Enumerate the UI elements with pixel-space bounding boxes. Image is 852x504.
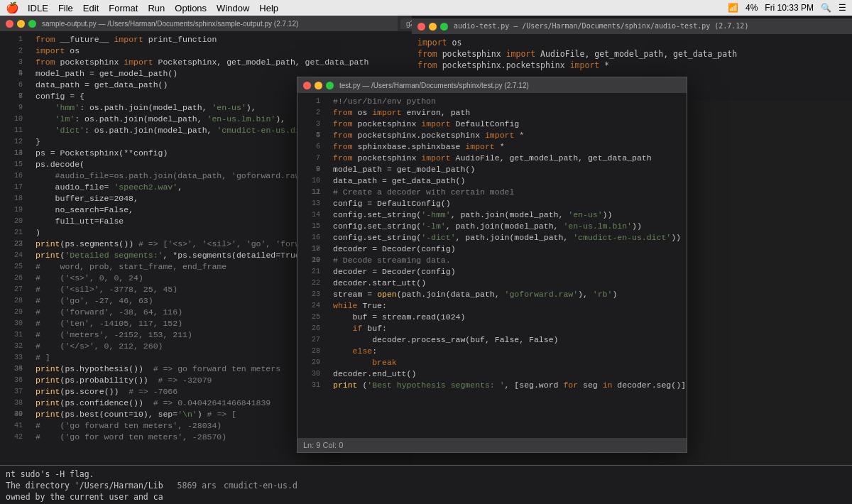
code-editor-test[interactable]: 1#!/usr/bin/env python 2from os import e… — [297, 93, 687, 438]
code-line: 31print ('Best hypothesis segments: ', [… — [297, 380, 687, 391]
maximize-button-test[interactable] — [326, 82, 334, 89]
close-button[interactable] — [6, 20, 13, 28]
titlebar-audio-bg: audio-test.py — /Users/Harman/Documents/… — [412, 18, 852, 34]
code-line: 1from __future__ import print_function — [0, 34, 412, 45]
audio-code-line: from pocketsphinx import AudioFile, get_… — [417, 48, 846, 60]
terminal-line: The directory '/Users/Harman/Lib5869 ars… — [6, 480, 846, 491]
code-line: 1#!/usr/bin/env python — [297, 96, 687, 107]
code-line: 18decoder = Decoder(config) — [297, 243, 687, 255]
code-line: 20# Decode streaming data. — [297, 255, 687, 266]
code-line: 6from sphinxbase.sphinxbase import * — [297, 141, 687, 153]
terminal-line: nt sudo's -H flag. — [6, 469, 846, 480]
notification-icon[interactable]: ☰ — [839, 3, 846, 13]
terminal-content[interactable]: nt sudo's -H flag. The directory '/Users… — [0, 466, 852, 504]
wifi-icon: 📶 — [728, 3, 738, 13]
close-button-audio[interactable] — [417, 23, 425, 31]
window-controls-audio[interactable] — [417, 23, 448, 31]
cursor-position-test: Ln: 9 Col: 0 — [303, 441, 343, 449]
terminal-bar: nt sudo's -H flag. The directory '/Users… — [0, 465, 852, 504]
minimize-button-test[interactable] — [315, 82, 322, 89]
menu-idle[interactable]: IDLE — [28, 3, 48, 13]
code-line: 3from pocketsphinx import Pocketsphinx, … — [0, 57, 412, 68]
close-button-test[interactable] — [303, 82, 311, 89]
code-line: 13config = DefaultConfig() — [297, 198, 687, 209]
code-line: 21decoder = Decoder(config) — [297, 266, 687, 278]
window-test: test.py — /Users/Harman/Documents/sphinx… — [297, 77, 687, 453]
menu-edit[interactable]: Edit — [83, 3, 99, 13]
code-line: 22decoder.start_utt() — [297, 278, 687, 289]
window-title-audio: audio-test.py — /Users/Harman/Documents/… — [454, 21, 748, 32]
battery-indicator: 4% — [746, 3, 758, 13]
code-line: 29 break — [297, 357, 687, 368]
code-line: 2from os import environ, path — [297, 107, 687, 119]
menu-file[interactable]: File — [58, 3, 73, 13]
maximize-button-audio[interactable] — [440, 23, 448, 31]
audio-code-line: import os — [417, 37, 846, 48]
code-line: 5from pocketsphinx.pocketsphinx import * — [297, 130, 687, 141]
menu-options[interactable]: Options — [175, 3, 207, 13]
window-title-test: test.py — /Users/Harman/Documents/sphinx… — [339, 82, 529, 89]
menubar-right: 📶 4% Fri 10:33 PM 🔍 ☰ — [728, 3, 846, 13]
code-line: 28 else: — [297, 346, 687, 357]
audio-code-line: from pocketsphinx.pocketsphinx import * — [417, 60, 846, 71]
code-line: 25 buf = stream.read(1024) — [297, 312, 687, 323]
titlebar-sample: sample-output.py — /Users/Harman/Documen… — [0, 16, 412, 31]
menubar: 🍎 IDLE File Edit Format Run Options Wind… — [0, 0, 852, 16]
code-line: 14config.set_string('-hmm', path.join(mo… — [297, 209, 687, 221]
spotlight-icon[interactable]: 🔍 — [821, 3, 831, 13]
window-controls-test[interactable] — [303, 82, 334, 89]
menu-run[interactable]: Run — [148, 3, 165, 13]
menu-help[interactable]: Help — [259, 3, 278, 13]
terminal-line: owned by the current user and ca — [6, 491, 846, 503]
clock: Fri 10:33 PM — [765, 3, 814, 13]
code-line: 7from pocketsphinx import AudioFile, get… — [297, 153, 687, 164]
menu-window[interactable]: Window — [217, 3, 249, 13]
menu-format[interactable]: Format — [109, 3, 138, 13]
code-line: 24while True: — [297, 300, 687, 312]
code-line: 9model_path = get_model_path() — [297, 164, 687, 175]
code-line: 23stream = open(path.join(data_path, 'go… — [297, 289, 687, 300]
code-line: 10data_path = get_data_path() — [297, 175, 687, 187]
statusbar-test: Ln: 9 Col: 0 — [297, 438, 687, 452]
minimize-button-audio[interactable] — [429, 23, 437, 31]
code-line: 12# Create a decoder with certain model — [297, 187, 687, 198]
code-line: 26 if buf: — [297, 323, 687, 334]
apple-menu[interactable]: 🍎 — [6, 1, 19, 14]
maximize-button[interactable] — [28, 20, 36, 28]
code-line: 15config.set_string('-lm', path.join(mod… — [297, 221, 687, 232]
window-title-sample: sample-output.py — /Users/Harman/Documen… — [42, 20, 298, 28]
window-controls[interactable] — [6, 20, 36, 28]
code-line: 16config.set_string('-dict', path.join(m… — [297, 232, 687, 243]
titlebar-test: test.py — /Users/Harman/Documents/sphinx… — [297, 77, 687, 93]
minimize-button[interactable] — [17, 20, 25, 28]
code-line: 3from pocketsphinx import DefaultConfig — [297, 119, 687, 130]
code-line: 30decoder.end_utt() — [297, 368, 687, 380]
code-line: 27 decoder.process_raw(buf, False, False… — [297, 334, 687, 346]
code-line: 2import os — [0, 45, 412, 57]
